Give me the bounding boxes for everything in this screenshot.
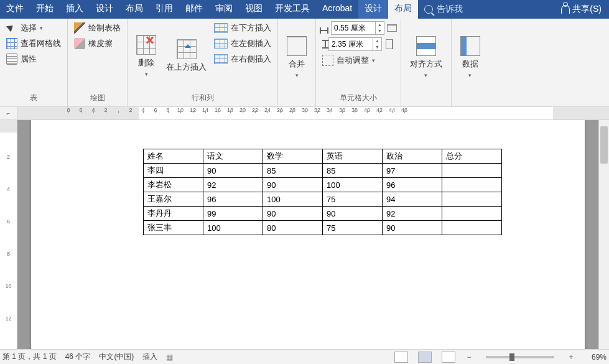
col-width-input[interactable]: ▲▼	[328, 37, 382, 51]
delete-button[interactable]: 删除▾	[131, 21, 161, 91]
table-cell[interactable]	[442, 221, 502, 235]
table-cell[interactable]: 96	[203, 192, 263, 207]
table-header-row[interactable]: 姓名语文数学英语政治总分	[144, 149, 502, 164]
document-area[interactable]: 姓名语文数学英语政治总分李四90858597李岩松929010096王嘉尔961…	[17, 120, 598, 349]
insert-above-button[interactable]: 在上方插入	[161, 21, 212, 91]
table-row[interactable]: 王嘉尔961007594	[144, 192, 502, 207]
insert-below-button[interactable]: 在下方插入	[212, 21, 274, 35]
table-cell[interactable]	[442, 164, 502, 178]
vertical-scrollbar[interactable]	[598, 120, 609, 349]
table-cell[interactable]: 90	[383, 221, 442, 235]
table-row[interactable]: 李四90858597	[144, 164, 502, 178]
draw-table-button[interactable]: 绘制表格	[72, 21, 123, 35]
word-count[interactable]: 46 个字	[65, 352, 91, 362]
table-cell[interactable]: 92	[203, 178, 263, 192]
table-row[interactable]: 张三丰100807590	[144, 221, 502, 235]
table-cell[interactable]: 李四	[144, 164, 203, 178]
menu-tab-布局[interactable]: 布局	[119, 0, 149, 19]
table-header-cell[interactable]: 英语	[323, 149, 383, 164]
insert-left-button[interactable]: 在左侧插入	[212, 37, 274, 50]
data-button[interactable]: 数据▾	[455, 21, 485, 93]
zoom-slider[interactable]	[486, 356, 554, 358]
spin-down[interactable]: ▼	[376, 28, 384, 34]
spin-down[interactable]: ▼	[373, 44, 381, 50]
table-cell[interactable]: 100	[323, 178, 383, 192]
row-height-input[interactable]: ▲▼	[331, 21, 384, 35]
status-bar: 第 1 页，共 1 页 46 个字 中文(中国) 插入 ▦ − + 69%	[0, 349, 609, 364]
alignment-button[interactable]: 对齐方式▾	[405, 21, 447, 93]
table-row[interactable]: 李丹丹99909092	[144, 207, 502, 221]
distribute-rows-button[interactable]	[387, 24, 397, 32]
table-header-cell[interactable]: 姓名	[144, 149, 203, 164]
table-cell[interactable]: 99	[203, 207, 263, 221]
menu-tab-开始[interactable]: 开始	[30, 0, 60, 19]
table-header-cell[interactable]: 总分	[442, 149, 502, 164]
menu-tab-引用[interactable]: 引用	[149, 0, 179, 19]
spin-up[interactable]: ▲	[373, 38, 381, 44]
zoom-out-button[interactable]: −	[465, 353, 473, 362]
page-status[interactable]: 第 1 页，共 1 页	[2, 352, 57, 362]
table-cell[interactable]: 80	[263, 221, 323, 235]
scrollbar-thumb[interactable]	[600, 126, 608, 164]
table-cell[interactable]: 100	[203, 221, 263, 235]
view-web-button[interactable]	[442, 352, 455, 363]
menu-tab-开发工具[interactable]: 开发工具	[269, 0, 316, 19]
table-cell[interactable]: 96	[383, 178, 442, 192]
merge-button[interactable]: 合并▾	[282, 21, 312, 93]
table-cell[interactable]: 75	[323, 221, 383, 235]
horizontal-ruler[interactable]: 8642246810121416182022242628303234363840…	[17, 107, 609, 119]
table-cell[interactable]	[442, 192, 502, 207]
menu-tab-设计[interactable]: 设计	[90, 0, 119, 19]
table-header-cell[interactable]: 语文	[203, 149, 263, 164]
table-cell[interactable]: 张三丰	[144, 221, 203, 235]
menu-tab-邮件[interactable]: 邮件	[179, 0, 209, 19]
tell-me-search[interactable]: 告诉我	[418, 0, 554, 19]
zoom-in-button[interactable]: +	[567, 353, 575, 362]
vertical-ruler[interactable]: 24681012	[0, 120, 17, 349]
language-status[interactable]: 中文(中国)	[99, 352, 134, 362]
insert-mode[interactable]: 插入	[142, 352, 157, 362]
share-button[interactable]: 共享(S)	[554, 0, 609, 19]
table-header-cell[interactable]: 数学	[263, 149, 323, 164]
table-cell[interactable]	[442, 207, 502, 221]
menu-tab-插入[interactable]: 插入	[60, 0, 90, 19]
eraser-button[interactable]: 橡皮擦	[72, 37, 123, 50]
table-header-cell[interactable]: 政治	[383, 149, 442, 164]
table-cell[interactable]: 王嘉尔	[144, 192, 203, 207]
table-cell[interactable]: 90	[263, 207, 323, 221]
table-cell[interactable]: 97	[383, 164, 442, 178]
table-cell[interactable]: 75	[323, 192, 383, 207]
menu-tab-文件[interactable]: 文件	[0, 0, 30, 19]
distribute-cols-button[interactable]	[386, 39, 393, 49]
table-cell[interactable]: 100	[263, 192, 323, 207]
table-cell[interactable]	[442, 178, 502, 192]
context-tab-设计[interactable]: 设计	[358, 0, 388, 19]
spin-up[interactable]: ▲	[376, 22, 384, 28]
table-cell[interactable]: 85	[323, 164, 383, 178]
select-button[interactable]: 选择▾	[4, 21, 63, 35]
table-cell[interactable]: 90	[203, 164, 263, 178]
context-tab-布局[interactable]: 布局	[388, 0, 418, 19]
properties-button[interactable]: 属性	[4, 52, 63, 66]
autofit-button[interactable]: 自动调整▾	[320, 54, 397, 67]
table-cell[interactable]: 90	[263, 178, 323, 192]
zoom-level[interactable]: 69%	[584, 353, 607, 362]
zoom-thumb[interactable]	[509, 353, 514, 361]
table-cell[interactable]: 90	[323, 207, 383, 221]
menu-tab-审阅[interactable]: 审阅	[209, 0, 239, 19]
insert-below-icon	[214, 23, 228, 33]
table-cell[interactable]: 94	[383, 192, 442, 207]
view-print-button[interactable]	[418, 352, 432, 363]
document-table[interactable]: 姓名语文数学英语政治总分李四90858597李岩松929010096王嘉尔961…	[143, 149, 502, 235]
view-read-button[interactable]	[394, 352, 408, 363]
menu-tab-Acrobat[interactable]: Acrobat	[316, 0, 358, 19]
table-cell[interactable]: 92	[383, 207, 442, 221]
view-gridlines-button[interactable]: 查看网格线	[4, 37, 63, 50]
menu-tab-视图[interactable]: 视图	[239, 0, 269, 19]
table-cell[interactable]: 85	[263, 164, 323, 178]
insert-right-button[interactable]: 在右侧插入	[212, 52, 274, 66]
table-cell[interactable]: 李岩松	[144, 178, 203, 192]
macro-icon[interactable]: ▦	[166, 353, 173, 362]
table-cell[interactable]: 李丹丹	[144, 207, 203, 221]
table-row[interactable]: 李岩松929010096	[144, 178, 502, 192]
